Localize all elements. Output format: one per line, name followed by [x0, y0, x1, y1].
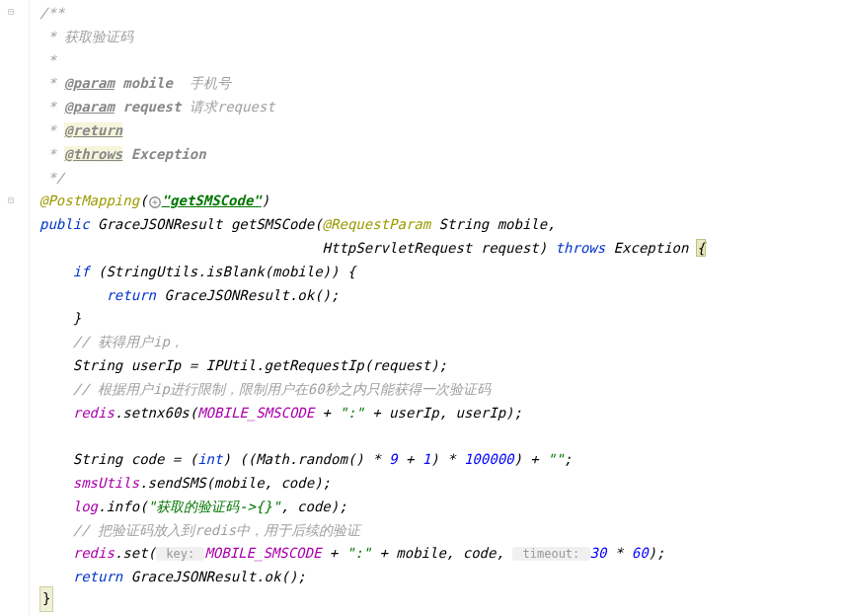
- semicolon: ;: [564, 451, 572, 467]
- javadoc-param-desc: 请求request: [190, 99, 275, 115]
- close-brace: }: [73, 310, 81, 326]
- code-text: .info(: [98, 499, 148, 514]
- javadoc-param-tag: @param: [64, 75, 115, 91]
- code-line[interactable]: *: [39, 49, 843, 73]
- code-line[interactable]: * 获取验证码: [39, 26, 843, 49]
- code-line[interactable]: * @return: [39, 119, 843, 143]
- keyword-return: return: [106, 287, 156, 303]
- code-editor[interactable]: /** * 获取验证码 * * @param mobile 手机号 * @par…: [0, 0, 843, 589]
- code-text: GraceJSONResult.: [156, 287, 297, 303]
- code-text: (request);: [364, 357, 447, 373]
- javadoc-text: *: [39, 75, 64, 91]
- method-isblank: isBlank: [206, 264, 265, 279]
- code-line[interactable]: return GraceJSONResult.ok();: [39, 566, 843, 589]
- javadoc-text: *: [39, 99, 64, 115]
- param-name: request: [481, 240, 539, 256]
- operator: ) *: [430, 451, 464, 467]
- code-line[interactable]: redis.set( key: MOBILE_SMSCODE + ":" + m…: [39, 542, 843, 566]
- code-line[interactable]: */: [39, 167, 843, 191]
- keyword-int: int: [197, 451, 222, 467]
- code-line[interactable]: if (StringUtils.isBlank(mobile)) {: [39, 261, 843, 284]
- param-name: mobile: [498, 216, 548, 232]
- code-text: .set(: [115, 545, 156, 561]
- fold-indicator[interactable]: }: [39, 586, 53, 612]
- comment-text: // 获得用户ip，: [73, 334, 184, 349]
- code-line[interactable]: return GraceJSONResult.ok();: [39, 284, 843, 308]
- string-literal: ":": [339, 405, 363, 421]
- indent: [39, 499, 73, 514]
- javadoc-param-desc: 手机号: [190, 75, 231, 91]
- code-line[interactable]: }: [39, 307, 843, 331]
- annotation-name: @PostMapping: [39, 192, 139, 208]
- number-literal: 1: [422, 451, 430, 467]
- operator: +: [314, 405, 339, 421]
- indent: [39, 357, 73, 373]
- return-type: GraceJSONResult: [90, 216, 231, 232]
- param-type: String: [430, 216, 497, 232]
- indent: [39, 522, 73, 538]
- code-line[interactable]: // 根据用户ip进行限制，限制用户在60秒之内只能获得一次验证码: [39, 378, 843, 402]
- javadoc-param-name: mobile: [115, 75, 190, 91]
- javadoc-return-tag: @return: [64, 122, 122, 138]
- number-literal: 100000: [464, 451, 514, 467]
- code-line[interactable]: // 获得用户ip，: [39, 331, 843, 354]
- javadoc-param-tag: @param: [64, 99, 115, 115]
- indent: [39, 240, 323, 256]
- comment-text: // 根据用户ip进行限制，限制用户在60秒之内只能获得一次验证码: [73, 381, 491, 397]
- operator: +: [397, 451, 422, 467]
- code-text: ) +: [514, 451, 548, 467]
- indent: [39, 381, 73, 397]
- code-text: String userIp = IPUtil.: [73, 357, 265, 373]
- indent: [39, 334, 73, 349]
- code-line[interactable]: [39, 424, 843, 448]
- javadoc-text: *: [39, 146, 64, 162]
- string-literal: "获取的验证码->{}": [148, 499, 281, 514]
- code-text: ();: [314, 287, 339, 303]
- parameter-hint-timeout: timeout:: [512, 547, 589, 561]
- field-smsutils: smsUtils: [73, 475, 139, 491]
- code-line[interactable]: * @param request 请求request: [39, 96, 843, 119]
- code-text: String code = (: [73, 451, 197, 467]
- parameter-hint-key: key:: [156, 547, 204, 561]
- code-line[interactable]: String code = (int) ((Math.random() * 9 …: [39, 448, 843, 472]
- javadoc-text: * 获取验证码: [39, 29, 133, 44]
- javadoc-throws-tag: @throws: [64, 146, 122, 162]
- code-text: + mobile, code,: [371, 545, 512, 561]
- javadoc-throws-exception: Exception: [122, 146, 205, 162]
- code-line[interactable]: @PostMapping("getSMSCode"): [39, 190, 843, 213]
- code-line[interactable]: // 把验证码放入到redis中，用于后续的验证: [39, 519, 843, 543]
- method-random: random: [297, 451, 347, 467]
- string-literal: ":": [346, 545, 371, 561]
- code-line[interactable]: redis.setnx60s(MOBILE_SMSCODE + ":" + us…: [39, 402, 843, 425]
- fold-marker-icon[interactable]: ⊟: [8, 192, 14, 208]
- code-line[interactable]: public GraceJSONResult getSMSCode(@Reque…: [39, 213, 843, 237]
- operator: *: [606, 545, 631, 561]
- code-line[interactable]: /**: [39, 2, 843, 26]
- indent: [39, 264, 73, 279]
- code-text: (StringUtils.: [90, 264, 206, 279]
- code-text: ) ((Math.: [222, 451, 297, 467]
- code-text: () *: [347, 451, 389, 467]
- code-text: , code);: [280, 499, 346, 514]
- javadoc-param-name: request: [115, 99, 190, 115]
- code-line[interactable]: String userIp = IPUtil.getRequestIp(requ…: [39, 354, 843, 378]
- code-text: );: [649, 545, 665, 561]
- code-line[interactable]: * @param mobile 手机号: [39, 72, 843, 96]
- code-line[interactable]: log.info("获取的验证码->{}", code);: [39, 496, 843, 519]
- keyword-public: public: [39, 216, 90, 232]
- fold-marker-icon[interactable]: ⊟: [8, 3, 14, 20]
- paren: (: [139, 192, 147, 208]
- operator: +: [321, 545, 345, 561]
- javadoc-text: *: [39, 52, 56, 68]
- keyword-return: return: [73, 569, 123, 584]
- code-line[interactable]: HttpServletRequest request) throws Excep…: [39, 237, 843, 261]
- javadoc-open: /**: [39, 5, 64, 21]
- code-text: (mobile)) {: [265, 264, 356, 279]
- paren: ): [262, 192, 269, 208]
- code-line[interactable]: smsUtils.sendSMS(mobile, code);: [39, 472, 843, 496]
- exception-type: Exception: [605, 240, 697, 256]
- code-line[interactable]: * @throws Exception: [39, 143, 843, 167]
- javadoc-text: *: [39, 122, 64, 138]
- method-ok: ok: [297, 287, 314, 303]
- number-literal: 60: [632, 545, 649, 561]
